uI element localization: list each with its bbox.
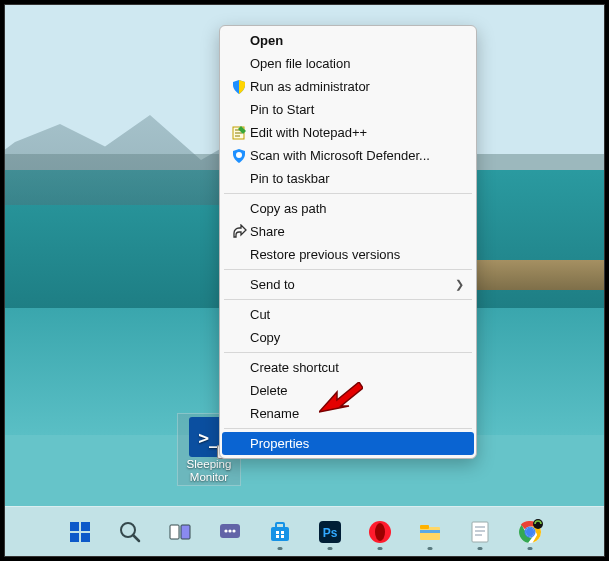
- svg-rect-19: [276, 535, 279, 538]
- context-menu-item-open[interactable]: Open: [222, 29, 474, 52]
- desktop-icon-label: Sleeping Monitor: [180, 458, 238, 483]
- svg-rect-17: [276, 531, 279, 534]
- context-menu-item-label: Pin to Start: [250, 102, 464, 117]
- context-menu-item-label: Pin to taskbar: [250, 171, 464, 186]
- taskbar-explorer-button[interactable]: [410, 512, 450, 552]
- taskbar-chat-button[interactable]: [210, 512, 250, 552]
- running-indicator-icon: [477, 547, 482, 550]
- running-indicator-icon: [527, 547, 532, 550]
- svg-point-35: [525, 527, 533, 535]
- taskbar-search-button[interactable]: [110, 512, 150, 552]
- context-menu-item-label: Create shortcut: [250, 360, 464, 375]
- chevron-right-icon: ❯: [455, 278, 464, 291]
- context-menu-item-rename[interactable]: Rename: [222, 402, 474, 425]
- context-menu: OpenOpen file locationRun as administrat…: [219, 25, 477, 459]
- context-menu-item-pin-to-taskbar[interactable]: Pin to taskbar: [222, 167, 474, 190]
- context-menu-item-properties[interactable]: Properties: [222, 432, 474, 455]
- svg-rect-18: [281, 531, 284, 534]
- context-menu-item-restore-previous-versions[interactable]: Restore previous versions: [222, 243, 474, 266]
- shield-icon: [228, 79, 250, 95]
- context-menu-item-label: Copy: [250, 330, 464, 345]
- svg-rect-6: [81, 533, 90, 542]
- context-menu-item-edit-with-notepad[interactable]: Edit with Notepad++: [222, 121, 474, 144]
- context-menu-item-copy[interactable]: Copy: [222, 326, 474, 349]
- context-menu-item-label: Scan with Microsoft Defender...: [250, 148, 464, 163]
- context-menu-item-label: Open: [250, 33, 464, 48]
- context-menu-item-send-to[interactable]: Send to❯: [222, 273, 474, 296]
- svg-rect-27: [420, 530, 440, 533]
- svg-rect-5: [70, 533, 79, 542]
- share-icon: [228, 224, 250, 240]
- context-menu-item-pin-to-start[interactable]: Pin to Start: [222, 98, 474, 121]
- svg-rect-3: [70, 522, 79, 531]
- svg-point-13: [228, 529, 231, 532]
- svg-rect-4: [81, 522, 90, 531]
- taskbar-notepad-button[interactable]: [460, 512, 500, 552]
- svg-rect-20: [281, 535, 284, 538]
- taskbar: Ps: [5, 506, 604, 556]
- context-menu-separator: [224, 193, 472, 194]
- svg-point-24: [375, 523, 385, 541]
- taskbar-opera-button[interactable]: [360, 512, 400, 552]
- svg-rect-28: [472, 522, 488, 542]
- svg-rect-26: [420, 525, 429, 529]
- context-menu-separator: [224, 428, 472, 429]
- svg-text:Ps: Ps: [322, 526, 337, 540]
- taskbar-task-view-button[interactable]: [160, 512, 200, 552]
- context-menu-item-cut[interactable]: Cut: [222, 303, 474, 326]
- context-menu-item-label: Edit with Notepad++: [250, 125, 464, 140]
- notepad-icon: [228, 125, 250, 141]
- context-menu-separator: [224, 269, 472, 270]
- context-menu-item-label: Run as administrator: [250, 79, 464, 94]
- context-menu-item-label: Send to: [250, 277, 455, 292]
- running-indicator-icon: [277, 547, 282, 550]
- context-menu-item-label: Share: [250, 224, 464, 239]
- context-menu-item-label: Rename: [250, 406, 464, 421]
- context-menu-item-label: Properties: [250, 436, 464, 451]
- taskbar-start-button[interactable]: [60, 512, 100, 552]
- svg-rect-15: [271, 527, 289, 541]
- running-indicator-icon: [377, 547, 382, 550]
- context-menu-item-copy-as-path[interactable]: Copy as path: [222, 197, 474, 220]
- svg-point-1: [236, 152, 242, 158]
- context-menu-separator: [224, 299, 472, 300]
- taskbar-photoshop-button[interactable]: Ps: [310, 512, 350, 552]
- svg-rect-9: [170, 525, 179, 539]
- svg-point-12: [224, 529, 227, 532]
- context-menu-item-label: Open file location: [250, 56, 464, 71]
- svg-line-8: [133, 535, 139, 541]
- powershell-glyph: >_: [198, 427, 220, 448]
- svg-rect-16: [276, 523, 284, 528]
- context-menu-item-run-as-administrator[interactable]: Run as administrator: [222, 75, 474, 98]
- svg-point-14: [232, 529, 235, 532]
- context-menu-item-scan-with-microsoft-defender[interactable]: Scan with Microsoft Defender...: [222, 144, 474, 167]
- taskbar-store-button[interactable]: [260, 512, 300, 552]
- context-menu-item-delete[interactable]: Delete: [222, 379, 474, 402]
- context-menu-item-label: Restore previous versions: [250, 247, 464, 262]
- context-menu-item-label: Cut: [250, 307, 464, 322]
- defender-icon: [228, 148, 250, 164]
- context-menu-item-share[interactable]: Share: [222, 220, 474, 243]
- context-menu-item-label: Delete: [250, 383, 464, 398]
- context-menu-item-open-file-location[interactable]: Open file location: [222, 52, 474, 75]
- svg-rect-10: [181, 525, 190, 539]
- running-indicator-icon: [427, 547, 432, 550]
- context-menu-separator: [224, 352, 472, 353]
- running-indicator-icon: [327, 547, 332, 550]
- viewport: >_ Sleeping Monitor OpenOpen file locati…: [4, 4, 605, 557]
- taskbar-chrome-button[interactable]: [510, 512, 550, 552]
- context-menu-item-label: Copy as path: [250, 201, 464, 216]
- context-menu-item-create-shortcut[interactable]: Create shortcut: [222, 356, 474, 379]
